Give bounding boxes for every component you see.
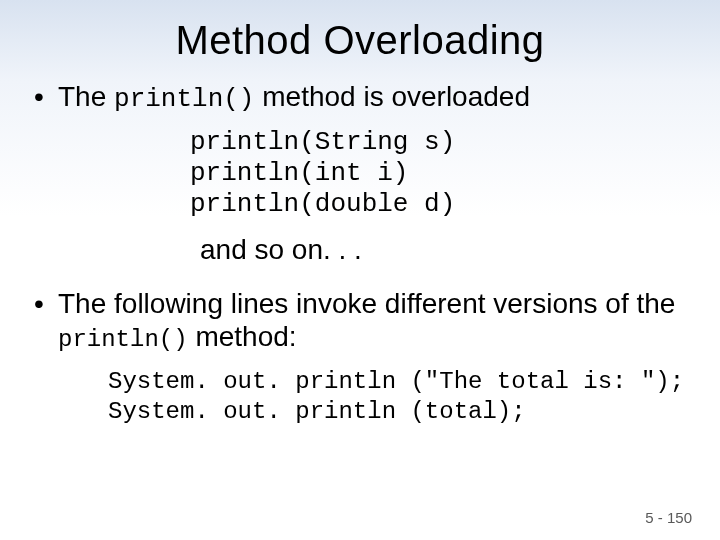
bullet-list-2: The following lines invoke different ver… xyxy=(30,288,690,353)
and-so-on: and so on. . . xyxy=(200,234,690,266)
bullet-item-1: The println() method is overloaded xyxy=(30,81,690,115)
code-block-2: System. out. println ("The total is: ");… xyxy=(108,367,690,427)
bullet1-post: method is overloaded xyxy=(254,81,530,112)
bullet1-code: println() xyxy=(114,84,254,114)
bullet-item-2: The following lines invoke different ver… xyxy=(30,288,690,353)
bullet2-post: method: xyxy=(188,321,297,352)
bullet2-code: println() xyxy=(58,326,188,353)
bullet-list: The println() method is overloaded xyxy=(30,81,690,115)
slide: Method Overloading The println() method … xyxy=(0,0,720,540)
bullet1-pre: The xyxy=(58,81,114,112)
code-block-1: println(String s) println(int i) println… xyxy=(190,127,690,221)
bullet2-pre: The following lines invoke different ver… xyxy=(58,288,675,319)
slide-number: 5 - 150 xyxy=(645,509,692,526)
slide-title: Method Overloading xyxy=(30,18,690,63)
